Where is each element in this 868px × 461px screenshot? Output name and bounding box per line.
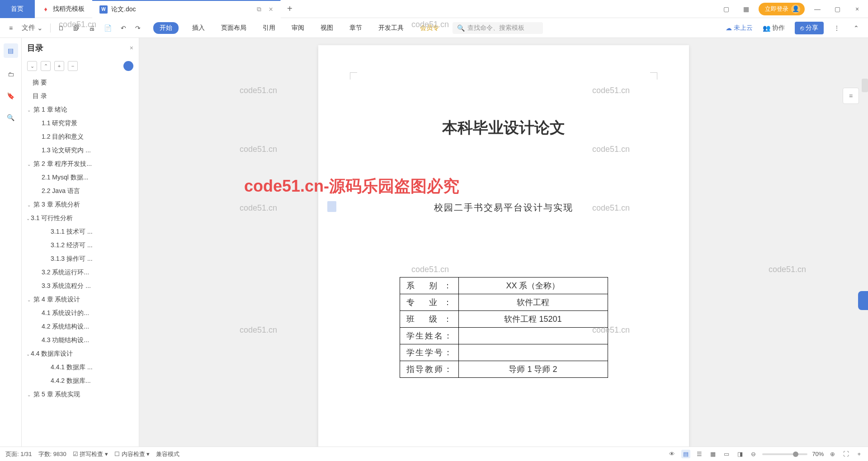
add-icon[interactable]: + [54,61,64,71]
toolbar-right: ☁ 未上云 👥 协作 ⎋ 分享 ⋮ ⌃ [726,22,863,34]
search-icon: 🔍 [457,24,465,32]
menu-icon[interactable]: ≡ [5,23,16,33]
outline-item[interactable]: 4.4.1 数据库 ... [22,361,139,374]
file-menu[interactable]: 文件 ⌄ [18,22,47,34]
close-icon[interactable]: × [269,5,273,14]
outline-item[interactable]: 1.3 论文研究内 ... [22,144,139,157]
word-count[interactable]: 字数: 9830 [38,450,66,458]
tab-dev[interactable]: 开发工具 [376,22,406,34]
saveas-button[interactable]: 🗐 [70,23,83,33]
expand-icon[interactable]: + [855,450,863,458]
outline-item[interactable]: 3.1.1 技术可 ... [22,225,139,239]
cloud-button[interactable]: ☁ 未上云 [726,24,753,32]
layout-icon[interactable]: ▢ [719,2,733,16]
outline-header: 目录 × [22,38,139,58]
collapse-all-icon[interactable]: ⌄ [27,61,37,71]
ribbon-nav-icon[interactable]: 🔖 [5,90,16,101]
document-area[interactable]: 本科毕业设计论文 校园二手书交易平台设计与实现 系 别：XX 系（全称）专 业：… [139,38,868,447]
redo-button[interactable]: ↷ [132,23,144,33]
outline-item[interactable]: ⌄第 3 章 系统分析 [22,198,139,212]
page: 本科毕业设计论文 校园二手书交易平台设计与实现 系 别：XX 系（全称）专 业：… [318,45,689,447]
read-view-icon[interactable]: ▭ [722,450,731,458]
tab-layout[interactable]: 页面布局 [218,22,249,34]
content-check-button[interactable]: ☐ 内容检查 ▾ [114,450,150,458]
table-label: 学生姓名： [400,328,458,344]
outline-item[interactable]: ⌄第 1 章 绪论 [22,103,139,117]
search-input[interactable]: 🔍 查找命令、搜索模板 [453,22,543,34]
outline-item[interactable]: 1.2 目的和意义 [22,130,139,144]
new-tab-button[interactable]: + [281,4,299,14]
tab-review[interactable]: 审阅 [289,22,307,34]
apps-icon[interactable]: ▦ [739,2,753,16]
outline-item[interactable]: 3.1.3 操作可 ... [22,252,139,266]
outline-item[interactable]: 1.1 研究背景 [22,117,139,130]
expand-all-icon[interactable]: ⌃ [41,61,51,71]
focus-icon[interactable]: 👁 [667,450,677,458]
tab-view[interactable]: 视图 [318,22,336,34]
zoom-in-icon[interactable]: ⊕ [828,450,837,458]
tab-chapter[interactable]: 章节 [347,22,365,34]
scrollbar[interactable] [862,79,868,92]
preview-button[interactable]: 📄 [100,23,115,33]
web-view-icon[interactable]: ▦ [708,450,717,458]
outline-item[interactable]: 2.1 Mysql 数据... [22,171,139,184]
outline-item[interactable]: 3.1.2 经济可 ... [22,239,139,252]
float-panel-icon[interactable]: ≡ [843,88,859,104]
margin-corner [650,72,657,80]
tab-insert[interactable]: 插入 [189,22,208,34]
tab-member[interactable]: 会员专 [417,22,442,34]
outline-item[interactable]: 4.3 功能结构设... [22,334,139,347]
outline-item[interactable]: ⌄第 5 章 系统实现 [22,388,139,401]
side-tab[interactable] [858,291,868,310]
outline-nav-icon[interactable]: ▤ [4,43,18,58]
minimize-button[interactable]: — [810,2,825,16]
remove-icon[interactable]: − [68,61,78,71]
save-button[interactable]: 🗋 [54,23,68,33]
outline-item[interactable]: 4.2 系统结构设... [22,320,139,334]
assistant-icon[interactable] [123,61,133,71]
outline-tools: ⌄ ⌃ + − [22,58,139,74]
search-nav-icon[interactable]: 🔍 [5,112,16,123]
outline-item[interactable]: ⌄3.1 可行性分析 [22,212,139,225]
outline-item[interactable]: 3.3 系统流程分 ... [22,279,139,293]
statusbar-right: 👁 ▤ ☰ ▦ ▭ ◨ ⊖ 70% ⊕ ⛶ + [667,450,863,458]
tab-home[interactable]: 首页 [0,0,35,18]
tab-template[interactable]: ♦ 找稻壳模板 [35,0,92,18]
print-button[interactable]: 🖨 [85,23,99,33]
zoom-slider[interactable] [762,453,807,455]
more-icon[interactable]: ⋮ [830,23,844,33]
share-button[interactable]: ⎋ 分享 [795,22,824,34]
spellcheck-button[interactable]: ☑ 拼写检查 ▾ [73,450,108,458]
outline-item[interactable]: ⌄4.4 数据库设计 [22,347,139,361]
bookmark-nav-icon[interactable]: 🗀 [5,69,16,80]
undo-button[interactable]: ↶ [117,23,130,33]
outline-item[interactable]: ⌄第 4 章 系统设计 [22,293,139,306]
close-button[interactable]: × [850,2,864,16]
collapse-icon[interactable]: ⌃ [850,23,863,33]
outline-item[interactable]: ⌄第 2 章 程序开发技... [22,157,139,171]
outline-item[interactable]: 3.2 系统运行环... [22,266,139,279]
outline-panel: 目录 × ⌄ ⌃ + − 摘 要目 录⌄第 1 章 绪论1.1 研究背景1.2 … [22,38,139,447]
tab-extern-icon[interactable]: ⧉ [257,5,261,13]
margin-corner [350,72,357,80]
outline-item[interactable]: 4.1 系统设计的... [22,306,139,320]
zoom-out-icon[interactable]: ⊖ [749,450,758,458]
outline-item[interactable]: 4.4.2 数据库... [22,374,139,388]
outline-item[interactable]: 摘 要 [22,76,139,89]
collab-button[interactable]: 👥 协作 [759,22,788,34]
page-view-icon[interactable]: ▤ [681,450,690,458]
note-icon[interactable] [327,201,336,212]
tab-start[interactable]: 开始 [153,22,179,34]
login-button[interactable]: 立即登录 👤 [759,3,805,15]
panel-close-icon[interactable]: × [130,44,133,52]
outline-view-icon[interactable]: ☰ [695,450,704,458]
page-indicator[interactable]: 页面: 1/31 [5,450,32,458]
tab-document[interactable]: W 论文.doc ⧉ × [92,0,281,18]
maximize-button[interactable]: ▢ [830,2,844,16]
split-view-icon[interactable]: ◨ [736,450,745,458]
outline-item[interactable]: 目 录 [22,89,139,103]
fit-icon[interactable]: ⛶ [841,450,851,458]
zoom-value[interactable]: 70% [812,451,824,457]
tab-reference[interactable]: 引用 [260,22,278,34]
outline-item[interactable]: 2.2 Java 语言 [22,184,139,198]
